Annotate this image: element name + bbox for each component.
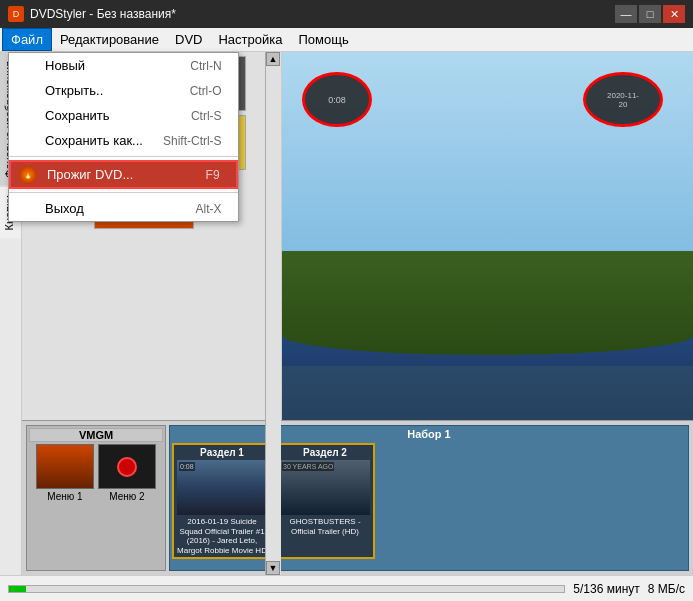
oval-right-label: 2020-11-20 [605, 91, 642, 109]
maximize-button[interactable]: □ [639, 5, 661, 23]
menu-item-open-label: Открыть.. [45, 83, 103, 98]
titlebar: D DVDStyler - Без названия* — □ ✕ [0, 0, 693, 28]
razdel-1-title: Раздел 1 [176, 447, 268, 458]
menu-2-label: Меню 2 [98, 491, 156, 502]
minimize-button[interactable]: — [615, 5, 637, 23]
speed-status: 8 МБ/с [648, 582, 685, 596]
menu-2-thumb [98, 444, 156, 489]
scroll-up-arrow[interactable]: ▲ [266, 52, 280, 66]
preview-oval-right: 2020-11-20 [583, 72, 663, 127]
menu-item-open-shortcut: Ctrl-O [190, 84, 222, 98]
close-button[interactable]: ✕ [663, 5, 685, 23]
menu-item-new-shortcut: Ctrl-N [190, 59, 221, 73]
menu-1-label: Меню 1 [36, 491, 94, 502]
razdel-2[interactable]: Раздел 2 30 YEARS AGO GHOSTBUSTERS - Off… [275, 443, 375, 559]
timeline-content: VMGM Меню 1 Меню 2 Набор 1 [22, 421, 693, 575]
razdel-1-thumb: 0:08 [177, 460, 267, 515]
preview-oval-left: 0:08 [302, 72, 372, 127]
razdel-1-label: 2016-01-19 Suicide Squad Official Traile… [176, 517, 268, 555]
statusbar: 5/136 минут 8 МБ/с [0, 575, 693, 601]
menu-item-exit-label: Выход [45, 201, 84, 216]
nabor-block: Набор 1 Раздел 1 0:08 2016-01-19 Suicide… [169, 425, 689, 571]
panel-scrollbar[interactable]: ▲ ▼ [265, 52, 281, 575]
land-bg [282, 251, 693, 356]
menu-item-exit-shortcut: Alt-X [196, 202, 222, 216]
menu-edit[interactable]: Редактирование [52, 28, 167, 51]
vmgm-menus: Меню 1 Меню 2 [29, 444, 163, 502]
razdel-2-timestamp: 30 YEARS AGO [282, 462, 334, 471]
menu-separator-1 [9, 156, 238, 157]
razdel-2-thumb: 30 YEARS AGO [280, 460, 370, 515]
menu-item-saveas-shortcut: Shift-Ctrl-S [163, 134, 222, 148]
vmgm-block: VMGM Меню 1 Меню 2 [26, 425, 166, 571]
menu-item-save[interactable]: Сохранить Ctrl-S [9, 103, 238, 128]
menu-item-open[interactable]: Открыть.. Ctrl-O [9, 78, 238, 103]
menu-item-save-shortcut: Ctrl-S [191, 109, 222, 123]
razdel-1-timestamp: 0:08 [179, 462, 195, 471]
burn-dvd-icon: 🔥 [19, 166, 37, 184]
app-icon: D [8, 6, 24, 22]
vmgm-title: VMGM [29, 428, 163, 442]
razdel-2-label: GHOSTBUSTERS - Official Trailer (HD) [279, 517, 371, 536]
progress-fill [9, 586, 26, 592]
menu-help[interactable]: Помощь [290, 28, 356, 51]
nabor-sections: Раздел 1 0:08 2016-01-19 Suicide Squad O… [172, 443, 686, 559]
razdel-2-title: Раздел 2 [279, 447, 371, 458]
menu-item-exit[interactable]: Выход Alt-X [9, 196, 238, 221]
menu-dvd[interactable]: DVD [167, 28, 210, 51]
timeline-area: VMGM Меню 1 Меню 2 Набор 1 [22, 420, 693, 575]
menu-file[interactable]: Файл [2, 28, 52, 51]
menu-settings[interactable]: Настройка [210, 28, 290, 51]
menu-separator-2 [9, 192, 238, 193]
vmgm-menu-2[interactable]: Меню 2 [98, 444, 156, 502]
menu-2-disc-icon [117, 457, 137, 477]
menu-item-save-label: Сохранить [45, 108, 110, 123]
menu-item-saveas[interactable]: Сохранить как... Shift-Ctrl-S [9, 128, 238, 153]
menu-item-burn-shortcut: F9 [206, 168, 220, 182]
fire-circle-icon: 🔥 [19, 166, 37, 184]
nabor-title: Набор 1 [172, 428, 686, 440]
window-title: DVDStyler - Без названия* [30, 7, 176, 21]
menu-1-thumb [36, 444, 94, 489]
razdel-1[interactable]: Раздел 1 0:08 2016-01-19 Suicide Squad O… [172, 443, 272, 559]
scroll-down-arrow[interactable]: ▼ [266, 561, 280, 575]
menubar: Файл Редактирование DVD Настройка Помощь [0, 28, 693, 52]
progress-bar [8, 585, 565, 593]
menu-item-new[interactable]: Новый Ctrl-N [9, 53, 238, 78]
file-dropdown-menu: Новый Ctrl-N Открыть.. Ctrl-O Сохранить … [8, 52, 239, 222]
vmgm-menu-1[interactable]: Меню 1 [36, 444, 94, 502]
time-status: 5/136 минут [573, 582, 639, 596]
oval-left-label: 0:08 [328, 95, 346, 105]
menu-item-new-label: Новый [45, 58, 85, 73]
titlebar-left: D DVDStyler - Без названия* [8, 6, 176, 22]
menu-item-saveas-label: Сохранить как... [45, 133, 143, 148]
window-controls: — □ ✕ [615, 5, 685, 23]
menu-item-burn-label: Прожиг DVD... [47, 167, 133, 182]
menu-item-burn[interactable]: 🔥 Прожиг DVD... F9 [9, 160, 238, 189]
